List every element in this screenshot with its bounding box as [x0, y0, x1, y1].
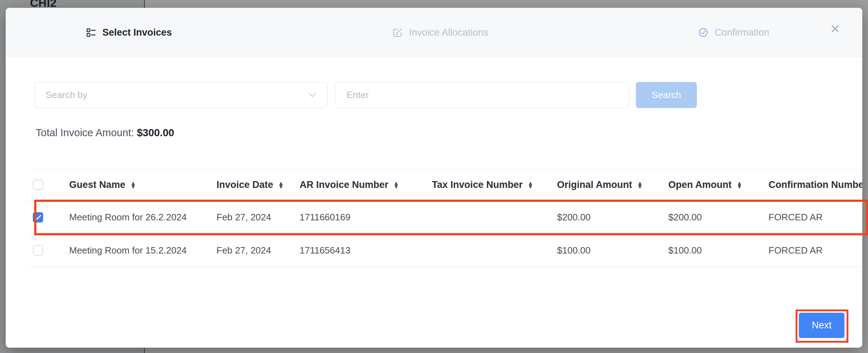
original-amount-cell: $200.00: [557, 201, 668, 234]
column-header: Invoice Date: [216, 179, 273, 190]
search-input[interactable]: [336, 82, 629, 108]
row-checkbox[interactable]: [33, 245, 43, 256]
table-row[interactable]: Meeting Room for 26.2.2024 Feb 27, 2024 …: [28, 201, 862, 234]
confirmation-number-cell: FORCED AR: [769, 234, 862, 267]
column-header: Tax Invoice Number: [432, 179, 523, 190]
table-header-row: Guest Name▲▼ Invoice Date▲▼ AR Invoice N…: [28, 169, 862, 201]
select-all-checkbox[interactable]: [33, 180, 43, 190]
wizard-steps-header: Select Invoices Invoice Allocations: [6, 8, 862, 57]
check-circle-icon: [698, 27, 708, 37]
guest-name-cell: Meeting Room for 15.2.2024: [69, 234, 216, 267]
search-button[interactable]: Search: [636, 82, 697, 108]
step-invoice-allocations[interactable]: Invoice Allocations: [393, 8, 488, 57]
edit-icon: [393, 27, 403, 37]
search-by-select[interactable]: Search by: [35, 82, 327, 108]
invoice-date-cell: Feb 27, 2024: [216, 234, 300, 267]
total-value: $300.00: [137, 127, 174, 138]
sort-icon[interactable]: ▲▼: [278, 181, 284, 189]
search-by-placeholder: Search by: [46, 89, 87, 101]
select-invoices-icon: [86, 27, 96, 37]
invoice-date-cell: Feb 27, 2024: [216, 201, 300, 234]
invoices-table: Guest Name▲▼ Invoice Date▲▼ AR Invoice N…: [28, 169, 862, 267]
check-icon: [35, 215, 41, 220]
step-confirmation[interactable]: Confirmation: [698, 8, 769, 57]
ar-invoice-number-cell: 1711660169: [300, 201, 432, 234]
open-amount-cell: $100.00: [668, 234, 769, 267]
screen: CHI2 Select Invoices: [0, 0, 868, 353]
guest-name-cell: Meeting Room for 26.2.2024: [69, 201, 216, 234]
table-row[interactable]: Meeting Room for 15.2.2024 Feb 27, 2024 …: [28, 234, 862, 267]
open-amount-cell: $200.00: [668, 201, 769, 234]
select-invoices-modal: Select Invoices Invoice Allocations: [6, 8, 862, 348]
confirmation-number-cell: FORCED AR: [769, 201, 862, 234]
original-amount-cell: $100.00: [557, 234, 668, 267]
next-button[interactable]: Next: [799, 313, 844, 338]
step-label: Select Invoices: [102, 27, 172, 38]
ar-invoice-number-cell: 1711656413: [300, 234, 432, 267]
step-label: Confirmation: [715, 27, 769, 38]
step-label: Invoice Allocations: [409, 27, 488, 38]
sort-icon[interactable]: ▲▼: [528, 181, 533, 189]
sort-icon[interactable]: ▲▼: [736, 181, 742, 189]
sort-icon[interactable]: ▲▼: [637, 181, 643, 189]
close-icon[interactable]: ✕: [830, 23, 841, 35]
total-invoice-amount: Total Invoice Amount:$300.00: [36, 127, 174, 139]
tax-invoice-number-cell: [432, 234, 557, 267]
tax-invoice-number-cell: [432, 201, 557, 234]
chevron-down-icon: [308, 93, 316, 97]
column-header: AR Invoice Number: [300, 179, 388, 190]
sort-icon[interactable]: ▲▼: [131, 181, 136, 189]
search-toolbar: Search by Search: [35, 82, 841, 108]
column-header: Original Amount: [557, 179, 632, 190]
column-header: Confirmation Number: [769, 179, 862, 190]
column-header: Open Amount: [668, 179, 731, 190]
column-header: Guest Name: [69, 179, 126, 190]
step-select-invoices[interactable]: Select Invoices: [86, 8, 172, 57]
total-label: Total Invoice Amount:: [36, 127, 134, 138]
sort-icon[interactable]: ▲▼: [393, 181, 399, 189]
row-checkbox[interactable]: [33, 212, 43, 222]
